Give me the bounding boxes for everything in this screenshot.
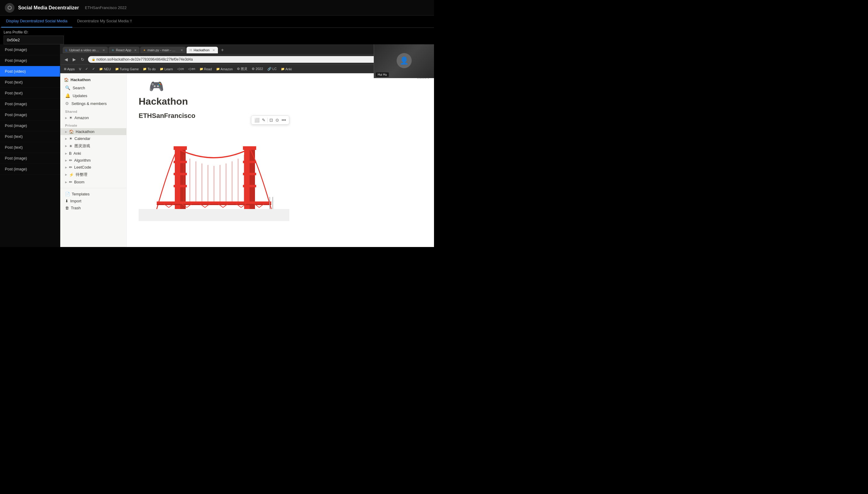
notion-bottom-items: 📄 Templates ⬇ Import 🗑 Trash bbox=[60, 188, 126, 214]
back-button[interactable]: ◀ bbox=[63, 56, 69, 62]
page-icon: ⊞🎮 bbox=[139, 79, 422, 94]
tree-item-hackathon[interactable]: ▶ 🏠 Hackathon bbox=[60, 128, 126, 135]
bookmark-en[interactable]: ◁ en bbox=[187, 66, 196, 72]
lens-profile-input[interactable] bbox=[4, 36, 64, 44]
svg-rect-8 bbox=[244, 149, 250, 209]
post-item[interactable]: Post (image) bbox=[0, 120, 60, 131]
post-item[interactable]: Post (text) bbox=[0, 142, 60, 153]
notion-settings[interactable]: ⚙ Settings & members bbox=[60, 99, 126, 107]
hackathon-tab-label: Hackathon bbox=[194, 48, 210, 52]
hackathon-page-icon: 🏠 bbox=[69, 129, 74, 134]
image-toolbar: ⬜ ✎ ⊡ ⊙ ••• bbox=[251, 115, 289, 125]
trash-label: Trash bbox=[71, 206, 81, 210]
notion-templates[interactable]: 📄 Templates bbox=[60, 191, 126, 197]
post-item[interactable]: Post (text) bbox=[0, 77, 60, 88]
post-item[interactable]: Post (image) bbox=[0, 55, 60, 66]
bookmark-neu[interactable]: 📁 NEU bbox=[98, 66, 112, 72]
apps-icon: ⊞ bbox=[64, 67, 66, 71]
tab-display[interactable]: Display Decentralized Social Media bbox=[1, 16, 72, 27]
notion-updates[interactable]: 🔔 Updates bbox=[60, 92, 126, 99]
bookmark-check2[interactable]: ✓ bbox=[91, 66, 96, 72]
lock-icon: 🔒 bbox=[92, 58, 95, 61]
chevron-calendar-icon: ▶ bbox=[65, 137, 67, 140]
image-tool-edit[interactable]: ✎ bbox=[261, 117, 266, 123]
bookmark-v[interactable]: V bbox=[78, 66, 82, 72]
reload-button[interactable]: ↻ bbox=[80, 56, 85, 62]
notion-import[interactable]: ⬇ Import bbox=[60, 197, 126, 205]
react-tab-label: React App bbox=[116, 48, 132, 52]
bookmark-learn[interactable]: 📁 Learn bbox=[159, 66, 174, 72]
notion-search[interactable]: 🔍 Search bbox=[60, 84, 126, 92]
folder5-icon: 📁 bbox=[199, 67, 203, 71]
tab-decentralize[interactable]: Decentralize My Social Media !! bbox=[72, 16, 137, 27]
tree-item-daizhengli[interactable]: ▶ ⚡ 待整理 bbox=[60, 171, 126, 178]
hackathon-tab-close[interactable]: ✕ bbox=[213, 49, 215, 52]
chevron-leet-icon: ▶ bbox=[65, 166, 67, 169]
notion-sidebar: 🏠 Hackathon 🔍 Search 🔔 Updates ⚙ Setting… bbox=[60, 73, 126, 247]
tree-item-anki[interactable]: ▶ B Anki bbox=[60, 150, 126, 157]
tuling-icon: ☀ bbox=[69, 144, 73, 148]
bridge-image: ⬜ ✎ ⊡ ⊙ ••• bbox=[139, 125, 289, 222]
post-item[interactable]: Post (image) bbox=[0, 153, 60, 164]
new-tab-button[interactable]: + bbox=[218, 46, 226, 54]
post-item[interactable]: Post (image) bbox=[0, 44, 60, 55]
app-title: Social Media Decentralizer bbox=[18, 5, 79, 11]
post-item[interactable]: Post (image) bbox=[0, 99, 60, 110]
image-tool-more[interactable]: ••• bbox=[281, 117, 287, 123]
post-item[interactable]: Post (image) bbox=[0, 110, 60, 120]
private-section-label: Private bbox=[60, 121, 126, 128]
svg-rect-4 bbox=[174, 161, 187, 163]
bookmark-read[interactable]: 📁 Read bbox=[198, 66, 213, 72]
dai-icon: ⚡ bbox=[69, 172, 74, 177]
input-label: Lens Profile ID: bbox=[4, 30, 430, 34]
folder6-icon: 📁 bbox=[216, 67, 220, 71]
bookmark-check1[interactable]: ✓ bbox=[84, 66, 89, 72]
svg-rect-3 bbox=[180, 149, 186, 209]
tree-item-calendar[interactable]: ▶ ☀ Calendar bbox=[60, 135, 126, 142]
post-item[interactable]: Post (image) bbox=[0, 164, 60, 175]
calendar-label: Calendar bbox=[75, 136, 91, 141]
bookmark-turing[interactable]: 📁 Turing Game bbox=[114, 66, 140, 72]
react-tab-close[interactable]: ✕ bbox=[134, 49, 137, 52]
bookmark-lc[interactable]: 🔗 LC bbox=[266, 66, 278, 72]
chevron-hackathon-icon: ▶ bbox=[65, 130, 67, 133]
folder2-icon: 📁 bbox=[115, 67, 119, 71]
tree-item-algorithm[interactable]: ▶ ✏ Algorithm bbox=[60, 157, 126, 164]
notion-workspace-header[interactable]: 🏠 Hackathon bbox=[60, 76, 126, 84]
browser-tab-hackathon[interactable]: H Hackathon ✕ bbox=[186, 47, 218, 53]
tree-item-tuling[interactable]: ▶ ☀ 图灵游戏 bbox=[60, 142, 126, 150]
replit-tab-close[interactable]: ✕ bbox=[180, 49, 183, 52]
bookmark-apps[interactable]: ⊞ Apps bbox=[63, 66, 76, 72]
folder4-icon: 📁 bbox=[160, 67, 163, 71]
bookmark-anki[interactable]: 📁 Anki bbox=[280, 66, 293, 72]
react-tab-icon: ⚛ bbox=[112, 49, 114, 52]
video-name-badge: Hui Hu bbox=[376, 72, 389, 77]
browser-tab-react[interactable]: ⚛ React App ✕ bbox=[108, 47, 140, 53]
post-item[interactable]: Post (text) bbox=[0, 88, 60, 99]
post-item[interactable]: Post (text) bbox=[0, 131, 60, 142]
bookmark-2022[interactable]: ⚙ 2022 bbox=[251, 66, 264, 72]
browser-tab-livepeer[interactable]: L Upload a video asset | Livepee... ✕ bbox=[63, 47, 108, 53]
anki-tree-label: Anki bbox=[74, 151, 81, 156]
search-label: Search bbox=[73, 86, 85, 90]
bookmark-cn[interactable]: ◁ cn bbox=[176, 66, 185, 72]
image-tool-settings[interactable]: ⊙ bbox=[275, 117, 280, 123]
bookmark-todo[interactable]: 📁 To do bbox=[142, 66, 157, 72]
hackathon-label: Hackathon bbox=[76, 129, 94, 134]
image-tool-resize[interactable]: ⊡ bbox=[269, 117, 274, 123]
bookmark-amazon[interactable]: 📁 Amazon bbox=[215, 66, 234, 72]
algorithm-label: Algorithm bbox=[74, 158, 91, 163]
bookmark-tuling[interactable]: ⚙ 图灵 bbox=[236, 66, 249, 72]
notion-main-content: Edited 1 ⊞🎮 Hackathon ETHSanFrancisco ⬜ … bbox=[126, 73, 434, 247]
post-item-active[interactable]: Post (video) bbox=[0, 66, 60, 77]
forward-button[interactable]: ▶ bbox=[72, 56, 77, 62]
notion-trash[interactable]: 🗑 Trash bbox=[60, 205, 126, 211]
tree-item-amazon[interactable]: ▶ ☀ Amazon bbox=[60, 114, 126, 121]
browser-tab-replit[interactable]: ✦ main.py - main - Replit ✕ bbox=[140, 47, 186, 53]
shared-section-label: Shared bbox=[60, 107, 126, 114]
image-tool-crop[interactable]: ⬜ bbox=[254, 117, 260, 123]
url-bar[interactable]: 🔒 notion.so/Hackathon-de32e778309648648c… bbox=[88, 56, 422, 63]
tree-item-leetcode[interactable]: ▶ ✏ LeetCode bbox=[60, 164, 126, 171]
livepeer-tab-close[interactable]: ✕ bbox=[102, 49, 105, 52]
tree-item-boom[interactable]: ▶ ✏ Boom bbox=[60, 178, 126, 186]
